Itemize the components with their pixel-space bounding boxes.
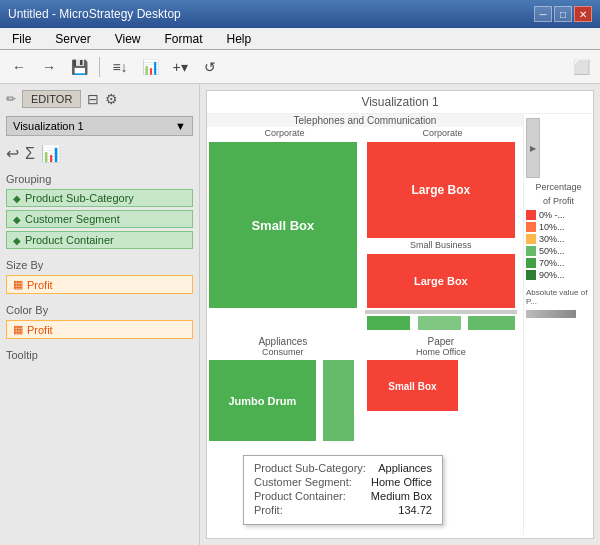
cell-small-2[interactable] (416, 314, 463, 332)
table-icon-size: ▦ (13, 278, 23, 291)
chip-color-label: Profit (27, 324, 53, 336)
cell-small-3[interactable] (466, 314, 517, 332)
chip-color-profit[interactable]: ▦ Profit (6, 320, 193, 339)
tooltip-label-0: Product Sub-Category: (254, 462, 366, 474)
treemap-area[interactable]: Telephones and Communication Corporate C… (207, 114, 523, 535)
menu-help[interactable]: Help (219, 30, 260, 48)
chip-product-subcategory[interactable]: ◆ Product Sub-Category (6, 189, 193, 207)
legend-container: Percentage of Profit 0% -... 10%... 30%.… (526, 182, 591, 318)
legend-color-3 (526, 246, 536, 256)
grouping-section: Grouping ◆ Product Sub-Category ◆ Custom… (6, 173, 193, 249)
size-by-label: Size By (6, 259, 193, 271)
legend-label-0: 0% -... (539, 210, 565, 220)
cell-label-jumbo-drum: Jumbo Drum (228, 395, 296, 407)
legend-area: ▶ Percentage of Profit 0% -... 10%... 30… (523, 114, 593, 535)
tooltip-row-0: Product Sub-Category: Appliances (254, 462, 432, 474)
panel-header: ✏ EDITOR ⊟ ⚙ (6, 90, 193, 108)
chip-label-0: Product Sub-Category (25, 192, 134, 204)
cell-small-box-paper[interactable]: Small Box (365, 358, 460, 413)
undo-icon[interactable]: ↩ (6, 144, 19, 163)
viz-selector[interactable]: Visualization 1 ▼ (6, 116, 193, 136)
section-label-paper: Paper (365, 336, 517, 347)
editor-tab[interactable]: EDITOR (22, 90, 81, 108)
tooltip-value-1: Home Office (371, 476, 432, 488)
export-button[interactable]: ⬜ (568, 54, 594, 80)
legend-item-0: 0% -... (526, 210, 591, 220)
tooltip: Product Sub-Category: Appliances Custome… (243, 455, 443, 525)
legend-item-2: 30%... (526, 234, 591, 244)
chip-label-1: Customer Segment (25, 213, 120, 225)
cell-small-1[interactable] (365, 314, 412, 332)
chart-type-icon[interactable]: 📊 (41, 144, 61, 163)
viz-content: Telephones and Communication Corporate C… (207, 114, 593, 535)
chip-customer-segment[interactable]: ◆ Customer Segment (6, 210, 193, 228)
save-button[interactable]: 💾 (66, 54, 92, 80)
legend-color-4 (526, 258, 536, 268)
diamond-icon-1: ◆ (13, 214, 21, 225)
legend-abs-label: Absolute value of P... (526, 288, 591, 306)
cell-label-small-box: Small Box (251, 218, 314, 233)
color-by-section: Color By ▦ Profit (6, 304, 193, 339)
minimize-button[interactable]: ─ (534, 6, 552, 22)
size-by-section: Size By ▦ Profit (6, 259, 193, 294)
chart-button[interactable]: 📊 (137, 54, 163, 80)
legend-item-5: 90%... (526, 270, 591, 280)
cell-small-appliances[interactable] (321, 358, 356, 443)
back-button[interactable]: ← (6, 54, 32, 80)
close-button[interactable]: ✕ (574, 6, 592, 22)
menu-server[interactable]: Server (47, 30, 98, 48)
legend-title: Percentage (526, 182, 591, 192)
chip-label-2: Product Container (25, 234, 114, 246)
cell-jumbo-drum[interactable]: Jumbo Drum (207, 358, 318, 443)
add-button[interactable]: +▾ (167, 54, 193, 80)
cell-label-large-box-sb: Large Box (414, 275, 468, 287)
legend-label-1: 10%... (539, 222, 565, 232)
legend-label-4: 70%... (539, 258, 565, 268)
cell-small-box-telephones[interactable]: Small Box (207, 140, 359, 310)
data-button[interactable]: ≡↓ (107, 54, 133, 80)
title-bar: Untitled - MicroStrategy Desktop ─ □ ✕ (0, 0, 600, 28)
tooltip-value-2: Medium Box (371, 490, 432, 502)
cell-large-box-corporate[interactable]: Large Box (365, 140, 517, 240)
grouping-label: Grouping (6, 173, 193, 185)
table-icon-color: ▦ (13, 323, 23, 336)
main-area: ✏ EDITOR ⊟ ⚙ Visualization 1 ▼ ↩ Σ 📊 Gro… (0, 84, 600, 545)
cat-label-home-office: Home Office (365, 347, 517, 357)
legend-color-2 (526, 234, 536, 244)
refresh-button[interactable]: ↺ (197, 54, 223, 80)
menu-view[interactable]: View (107, 30, 149, 48)
chip-product-container[interactable]: ◆ Product Container (6, 231, 193, 249)
sigma-icon[interactable]: Σ (25, 145, 35, 163)
scroll-right-btn[interactable]: ▶ (526, 118, 540, 178)
diamond-icon-2: ◆ (13, 235, 21, 246)
toolbar: ← → 💾 ≡↓ 📊 +▾ ↺ ⬜ (0, 50, 600, 84)
separator-1 (99, 57, 100, 77)
cat-label-corporate-left: Corporate (207, 128, 362, 138)
maximize-button[interactable]: □ (554, 6, 572, 22)
legend-item-3: 50%... (526, 246, 591, 256)
cell-large-box-small-business[interactable]: Large Box (365, 252, 517, 310)
viz-panel: Visualization 1 Telephones and Communica… (206, 90, 594, 539)
section-label-telephones: Telephones and Communication (207, 114, 523, 127)
tooltip-value-0: Appliances (378, 462, 432, 474)
diamond-icon-0: ◆ (13, 193, 21, 204)
tooltip-label-3: Profit: (254, 504, 283, 516)
section-label-appliances: Appliances (207, 336, 359, 347)
chip-size-profit[interactable]: ▦ Profit (6, 275, 193, 294)
abs-value-bar (526, 310, 576, 318)
settings-icon[interactable]: ⚙ (105, 91, 118, 107)
filter-icon[interactable]: ⊟ (87, 91, 99, 107)
menu-file[interactable]: File (4, 30, 39, 48)
tooltip-label-1: Customer Segment: (254, 476, 352, 488)
legend-item-1: 10%... (526, 222, 591, 232)
cat-label-small-business: Small Business (365, 240, 517, 250)
legend-title-2: of Profit (526, 196, 591, 206)
color-by-label: Color By (6, 304, 193, 316)
tooltip-row-1: Customer Segment: Home Office (254, 476, 432, 488)
menu-format[interactable]: Format (156, 30, 210, 48)
window-controls: ─ □ ✕ (534, 6, 592, 22)
editor-pencil-icon: ✏ (6, 92, 16, 106)
forward-button[interactable]: → (36, 54, 62, 80)
menu-bar: File Server View Format Help (0, 28, 600, 50)
viz-title: Visualization 1 (207, 91, 593, 114)
